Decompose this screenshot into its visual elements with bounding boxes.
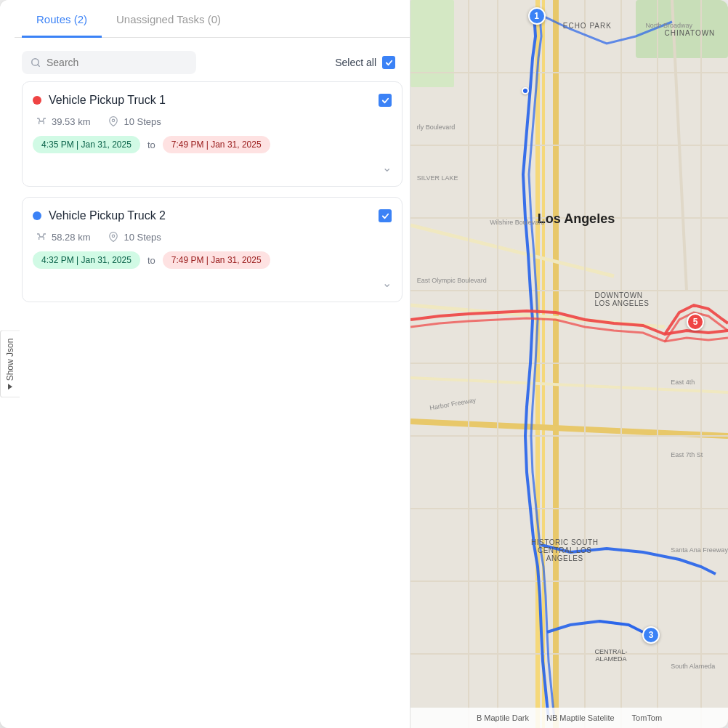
select-all-row: Select all <box>335 56 395 69</box>
route-1-distance: 39.53 km <box>36 116 90 127</box>
svg-point-3 <box>113 235 116 238</box>
search-input[interactable] <box>46 57 187 68</box>
search-bar-row: Select all <box>15 38 410 81</box>
route-1-start-time: 4:35 PM | Jan 31, 2025 <box>33 136 140 153</box>
route-card-2: Vehicle Pickup Truck 2 <box>22 197 403 302</box>
tabs-container: Routes (2) Unassigned Tasks (0) <box>15 0 410 38</box>
route-1-expand-row: ⌄ <box>33 161 392 174</box>
route-card-1-header: Vehicle Pickup Truck 1 <box>33 94 392 107</box>
distance-icon <box>36 116 47 127</box>
route-2-steps: 10 Steps <box>108 231 161 243</box>
route-2-time-row: 4:32 PM | Jan 31, 2025 to 7:49 PM | Jan … <box>33 251 392 269</box>
route-2-start-time: 4:32 PM | Jan 31, 2025 <box>33 251 140 269</box>
location-icon-2 <box>108 231 119 243</box>
map-background: ECHO PARK CHINATOWN North Broadway rly B… <box>410 0 728 728</box>
route-1-stats: 39.53 km 10 Steps <box>33 116 392 127</box>
route-1-dot <box>33 96 41 105</box>
route-2-expand-row: ⌄ <box>33 276 392 290</box>
map-attribution: B Maptile Dark NB Maptile Satelite TomTo… <box>410 708 728 728</box>
route-2-expand-icon[interactable]: ⌄ <box>382 276 392 290</box>
svg-point-2 <box>113 119 116 122</box>
show-json-label: Show Json <box>5 339 15 381</box>
route-2-stats: 58.28 km 10 Steps <box>33 231 392 243</box>
route-1-name: Vehicle Pickup Truck 1 <box>49 94 166 107</box>
attribution-tomtom: TomTom <box>632 713 663 722</box>
search-input-wrapper[interactable] <box>22 51 196 74</box>
routes-list: Vehicle Pickup Truck 1 <box>15 81 410 728</box>
route-1-title-row: Vehicle Pickup Truck 1 <box>33 94 166 107</box>
map-panel[interactable]: ECHO PARK CHINATOWN North Broadway rly B… <box>410 0 728 728</box>
tab-routes[interactable]: Routes (2) <box>22 0 102 38</box>
svg-line-1 <box>38 65 40 67</box>
route-1-end-time: 7:49 PM | Jan 31, 2025 <box>163 136 270 153</box>
route-2-checkbox[interactable] <box>379 209 392 222</box>
attribution-maptile-dark: B Maptile Dark <box>477 713 529 722</box>
tab-unassigned[interactable]: Unassigned Tasks (0) <box>102 0 235 38</box>
map-marker-3: 3 <box>642 626 660 644</box>
route-1-checkbox[interactable] <box>379 94 392 107</box>
distance-icon-2 <box>36 231 47 243</box>
route-1-time-row: 4:35 PM | Jan 31, 2025 to 7:49 PM | Jan … <box>33 136 392 153</box>
map-svg <box>410 0 728 728</box>
route-2-end-time: 7:49 PM | Jan 31, 2025 <box>163 251 270 269</box>
app-container: Show Json Routes (2) Unassigned Tasks (0… <box>0 0 728 728</box>
route-2-distance: 58.28 km <box>36 231 90 243</box>
attribution-maptile-satellite: NB Maptile Satelite <box>546 713 615 722</box>
select-all-checkbox[interactable] <box>382 56 395 69</box>
route-2-name: Vehicle Pickup Truck 2 <box>49 209 166 222</box>
map-marker-1: 1 <box>528 7 546 25</box>
location-icon <box>108 116 119 127</box>
svg-rect-5 <box>636 0 728 58</box>
route-1-steps: 10 Steps <box>108 116 161 127</box>
left-panel: Routes (2) Unassigned Tasks (0) Select a… <box>0 0 410 728</box>
route-card-1: Vehicle Pickup Truck 1 <box>22 81 403 187</box>
route-1-expand-icon[interactable]: ⌄ <box>382 161 392 174</box>
search-icon <box>31 57 41 68</box>
show-json-toggle[interactable]: Show Json <box>0 331 20 398</box>
arrow-icon <box>8 384 12 389</box>
svg-rect-6 <box>410 0 454 87</box>
route-2-title-row: Vehicle Pickup Truck 2 <box>33 209 166 222</box>
map-marker-5: 5 <box>687 313 704 331</box>
route-card-2-header: Vehicle Pickup Truck 2 <box>33 209 392 222</box>
route-2-dot <box>33 211 41 220</box>
select-all-label: Select all <box>335 57 376 68</box>
